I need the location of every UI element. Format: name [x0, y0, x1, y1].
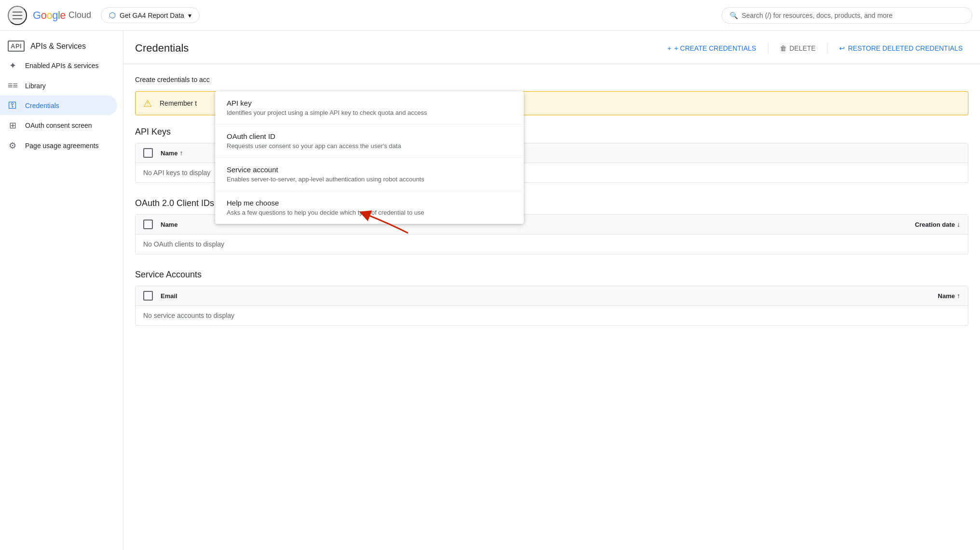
project-icon: ⬡	[109, 11, 116, 20]
service-account-option-description: Enables server-to-server, app-level auth…	[227, 176, 512, 183]
sidebar-title: APIs & Services	[30, 42, 86, 51]
delete-icon: 🗑	[780, 44, 787, 52]
sidebar-item-label: Library	[25, 82, 46, 90]
search-placeholder: Search (/) for resources, docs, products…	[742, 12, 893, 19]
oauth-select-all-checkbox[interactable]	[143, 220, 153, 229]
service-accounts-empty-message: No service accounts to display	[136, 306, 968, 325]
create-credentials-label: + CREATE CREDENTIALS	[674, 44, 756, 52]
service-accounts-name-column-header: Name ↑	[938, 292, 960, 300]
service-accounts-section: Service Accounts Email Name ↑ No service…	[135, 270, 968, 326]
restore-icon: ↩	[839, 44, 845, 52]
dropdown-item-oauth-client[interactable]: OAuth client ID Requests user consent so…	[215, 124, 524, 158]
api-key-option-description: Identifies your project using a simple A…	[227, 109, 512, 116]
service-accounts-email-column-header: Email	[161, 292, 938, 300]
service-account-option-title: Service account	[227, 165, 512, 174]
cloud-label: Cloud	[68, 10, 91, 20]
help-choose-option-description: Asks a few questions to help you decide …	[227, 209, 512, 216]
sidebar: API APIs & Services ✦ Enabled APIs & ser…	[0, 31, 123, 550]
sort-descending-icon[interactable]: ↓	[957, 220, 960, 228]
api-keys-select-all-checkbox[interactable]	[143, 148, 153, 158]
service-accounts-title: Service Accounts	[135, 270, 968, 280]
settings-icon: ⚙	[8, 140, 17, 151]
sidebar-item-credentials[interactable]: ⚿ Credentials	[0, 96, 117, 115]
api-badge: API	[8, 41, 25, 52]
sidebar-item-label: Enabled APIs & services	[25, 62, 99, 69]
sidebar-item-label: Page usage agreements	[25, 142, 99, 150]
api-key-option-title: API key	[227, 99, 512, 107]
delete-label: DELETE	[789, 44, 816, 52]
restore-credentials-button[interactable]: ↩ RESTORE DELETED CREDENTIALS	[833, 41, 968, 56]
content-body: Create credentials to acc ⚠ Remember t A…	[123, 64, 980, 353]
oauth-icon: ⊞	[8, 120, 17, 131]
sidebar-item-enabled-apis[interactable]: ✦ Enabled APIs & services	[0, 55, 117, 76]
credentials-title: Credentials	[135, 42, 662, 55]
service-accounts-table-header: Email Name ↑	[136, 286, 968, 306]
divider	[827, 42, 828, 54]
restore-credentials-label: RESTORE DELETED CREDENTIALS	[848, 44, 963, 52]
dropdown-item-service-account[interactable]: Service account Enables server-to-server…	[215, 158, 524, 191]
create-description: Create credentials to acc	[135, 76, 968, 83]
sidebar-item-oauth-consent[interactable]: ⊞ OAuth consent screen	[0, 115, 117, 136]
sidebar-header: API APIs & Services	[0, 35, 123, 55]
sort-ascending-icon[interactable]: ↑	[179, 149, 183, 157]
grid-icon: ✦	[8, 60, 17, 71]
delete-button[interactable]: 🗑 DELETE	[774, 41, 821, 56]
main-content: Credentials + + CREATE CREDENTIALS 🗑 DEL…	[123, 31, 980, 550]
search-bar[interactable]: 🔍 Search (/) for resources, docs, produc…	[721, 7, 972, 24]
help-choose-option-title: Help me choose	[227, 199, 512, 207]
create-credentials-button[interactable]: + + CREATE CREDENTIALS	[662, 41, 762, 56]
oauth-empty-message: No OAuth clients to display	[136, 234, 968, 254]
project-selector[interactable]: ⬡ Get GA4 Report Data ▾	[101, 7, 200, 23]
credentials-header: Credentials + + CREATE CREDENTIALS 🗑 DEL…	[123, 31, 980, 64]
sidebar-item-label: OAuth consent screen	[25, 122, 92, 129]
header-actions: + + CREATE CREDENTIALS 🗑 DELETE ↩ RESTOR…	[662, 41, 968, 56]
plus-icon: +	[667, 44, 671, 52]
create-credentials-dropdown: API key Identifies your project using a …	[215, 91, 524, 224]
sidebar-item-library[interactable]: ≡≡ Library	[0, 76, 117, 96]
library-icon: ≡≡	[8, 81, 17, 91]
warning-text: Remember t	[160, 99, 197, 107]
search-icon: 🔍	[730, 12, 738, 19]
service-accounts-table: Email Name ↑ No service accounts to disp…	[135, 286, 968, 326]
sidebar-item-label: Credentials	[25, 102, 59, 110]
service-accounts-select-all-checkbox[interactable]	[143, 291, 153, 301]
dropdown-item-help-choose[interactable]: Help me choose Asks a few questions to h…	[215, 191, 524, 224]
key-icon: ⚿	[8, 100, 17, 110]
warning-icon: ⚠	[143, 97, 152, 109]
project-name: Get GA4 Report Data	[120, 12, 184, 19]
dropdown-item-api-key[interactable]: API key Identifies your project using a …	[215, 91, 524, 124]
sort-ascending-icon[interactable]: ↑	[957, 292, 960, 300]
google-cloud-logo: Google Cloud	[33, 9, 91, 22]
oauth-creation-date-column-header: Creation date ↓	[915, 220, 960, 228]
oauth-client-option-title: OAuth client ID	[227, 132, 512, 140]
divider	[768, 42, 768, 54]
sidebar-item-page-usage[interactable]: ⚙ Page usage agreements	[0, 136, 117, 156]
main-layout: API APIs & Services ✦ Enabled APIs & ser…	[0, 31, 980, 550]
hamburger-menu-button[interactable]	[8, 6, 27, 25]
oauth-client-option-description: Requests user consent so your app can ac…	[227, 142, 512, 150]
chevron-down-icon: ▾	[188, 12, 191, 19]
top-navigation: Google Cloud ⬡ Get GA4 Report Data ▾ 🔍 S…	[0, 0, 980, 31]
